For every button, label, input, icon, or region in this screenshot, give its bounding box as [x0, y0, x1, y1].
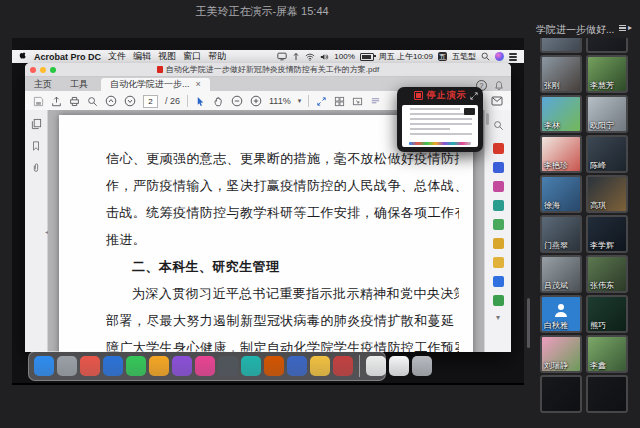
enhance-scans-icon[interactable] — [493, 200, 504, 211]
tab-home[interactable]: 主页 — [25, 77, 61, 91]
expand-overlay-icon[interactable] — [470, 92, 478, 100]
attachments-panel-icon[interactable] — [31, 162, 41, 174]
wifi-icon[interactable] — [305, 53, 315, 61]
volume-icon[interactable] — [320, 53, 329, 61]
fullscreen-icon[interactable] — [352, 96, 363, 107]
dock-app-icon[interactable] — [333, 356, 353, 376]
participant-name: 陈峰 — [590, 161, 606, 170]
dock-app-icon[interactable] — [287, 356, 307, 376]
tab-tools[interactable]: 工具 — [61, 77, 97, 91]
participant-tile[interactable]: 李鑫 — [586, 335, 628, 373]
organize-pages-icon[interactable] — [493, 181, 504, 192]
panel-scrollbar[interactable] — [486, 113, 489, 125]
participant-tile[interactable]: 高琪 — [586, 175, 628, 213]
page-thumbnails-panel-icon[interactable] — [31, 118, 42, 130]
battery-icon[interactable] — [360, 53, 374, 61]
menu-view[interactable]: 视图 — [158, 50, 176, 63]
keyboard-brightness-icon[interactable] — [292, 52, 300, 61]
send-mail-icon[interactable] — [491, 96, 503, 106]
stop-share-button[interactable]: 停止演示 — [427, 89, 467, 102]
participant-tile[interactable]: 张伟东 — [586, 255, 628, 293]
share-upload-icon[interactable] — [51, 96, 62, 107]
close-tab-icon[interactable]: × — [196, 78, 201, 91]
menu-app-name[interactable]: Acrobat Pro DC — [34, 52, 101, 62]
dock-app-icon[interactable] — [264, 356, 284, 376]
participant-tile[interactable]: 门燕翠 — [540, 215, 582, 253]
page-number-input[interactable]: 2 — [143, 95, 158, 108]
search-tool-icon[interactable] — [493, 117, 504, 135]
finder-icon[interactable] — [34, 356, 54, 376]
reading-mode-icon[interactable] — [370, 96, 381, 107]
dock-app-icon[interactable] — [218, 356, 238, 376]
search-icon[interactable] — [87, 96, 98, 107]
page-thumbnails-icon[interactable] — [334, 96, 345, 107]
bookmarks-panel-icon[interactable] — [31, 140, 41, 152]
menu-clock[interactable]: 周五 上午10:09 — [379, 51, 433, 62]
tab-document[interactable]: 自动化学院进一步... × — [101, 78, 210, 91]
dock-app-icon[interactable] — [149, 356, 169, 376]
notification-center-icon[interactable] — [509, 53, 517, 61]
participant-tile[interactable]: 白秋雅 — [540, 295, 582, 333]
select-tool-icon[interactable] — [195, 96, 206, 107]
dock-app-icon[interactable] — [310, 356, 330, 376]
dock-app-icon[interactable] — [241, 356, 261, 376]
participant-tile[interactable]: 李林 — [540, 95, 582, 133]
input-method-label[interactable]: 五笔型 — [452, 51, 476, 62]
sidebar-header: 学院进一步做好... ▸ — [524, 0, 640, 38]
participant-tile[interactable]: 吕茂斌 — [540, 255, 582, 293]
export-pdf-icon[interactable] — [493, 143, 504, 154]
sign-pen-icon[interactable] — [493, 276, 504, 287]
participant-tile[interactable]: 李学辉 — [586, 215, 628, 253]
more-tools-icon[interactable]: ▾ — [496, 314, 500, 322]
dock-app-icon[interactable] — [103, 356, 123, 376]
edit-pdf-icon[interactable] — [493, 162, 504, 173]
sidebar-scrollbar[interactable] — [527, 298, 530, 348]
zoom-level-value[interactable]: 111% — [269, 96, 291, 106]
spotlight-icon[interactable] — [481, 52, 490, 61]
participant-tile[interactable]: 李艳珍 — [540, 135, 582, 173]
participant-tile[interactable] — [540, 375, 582, 413]
participant-tile[interactable]: 张刚 — [540, 55, 582, 93]
doc-line: 作，严防疫情输入，坚决打赢疫情防控的人民战争、总体战、阻 — [106, 172, 459, 199]
hand-tool-icon[interactable] — [213, 96, 224, 107]
participant-tile[interactable]: 熊巧 — [586, 295, 628, 333]
next-page-icon[interactable] — [124, 95, 136, 107]
participant-tile[interactable]: 李慧芳 — [586, 55, 628, 93]
dock-document-icon[interactable] — [366, 356, 386, 376]
participant-name: 徐海 — [544, 201, 560, 210]
display-icon[interactable] — [277, 52, 287, 61]
menu-edit[interactable]: 编辑 — [133, 50, 151, 63]
participant-tile[interactable] — [586, 375, 628, 413]
protect-icon[interactable] — [493, 219, 504, 230]
dock-app-icon[interactable] — [195, 356, 215, 376]
menu-help[interactable]: 帮助 — [208, 50, 226, 63]
launchpad-icon[interactable] — [57, 356, 77, 376]
siri-icon[interactable] — [495, 52, 504, 61]
trash-icon[interactable] — [412, 356, 432, 376]
previous-page-icon[interactable] — [105, 95, 117, 107]
dock-document-icon[interactable] — [389, 356, 409, 376]
comment-icon[interactable] — [493, 257, 504, 268]
menu-file[interactable]: 文件 — [108, 50, 126, 63]
notification-bell-icon[interactable] — [494, 80, 504, 91]
save-icon[interactable] — [33, 96, 44, 107]
participant-tile[interactable]: 陈峰 — [586, 135, 628, 173]
fit-page-icon[interactable] — [316, 96, 327, 107]
participant-tile[interactable]: 刘瑞静 — [540, 335, 582, 373]
layout-switch-icon[interactable]: ▸ — [619, 24, 632, 32]
zoom-out-icon[interactable] — [231, 95, 243, 107]
menu-window[interactable]: 窗口 — [183, 50, 201, 63]
dock-app-icon[interactable] — [126, 356, 146, 376]
input-method-icon[interactable]: 五 — [438, 52, 447, 61]
apple-logo-icon[interactable] — [19, 52, 27, 62]
stamp-icon[interactable] — [493, 295, 504, 306]
dock-app-icon[interactable] — [80, 356, 100, 376]
fill-sign-icon[interactable] — [493, 238, 504, 249]
participant-tile[interactable]: 徐海 — [540, 175, 582, 213]
zoom-dropdown-caret-icon[interactable]: ▾ — [298, 97, 302, 105]
tools-panel: ▾ — [484, 110, 511, 352]
zoom-in-icon[interactable] — [250, 95, 262, 107]
dock-app-icon[interactable] — [172, 356, 192, 376]
participant-tile[interactable]: 欧阳宁 — [586, 95, 628, 133]
print-icon[interactable] — [69, 96, 80, 107]
